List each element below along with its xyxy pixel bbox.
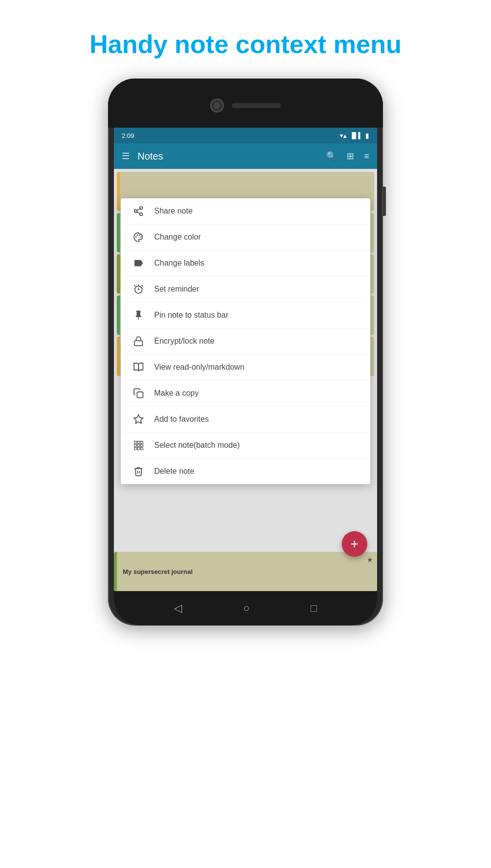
menu-label-encrypt-lock: Encrypt/lock note	[154, 337, 215, 346]
app-bar-title: Notes	[137, 151, 163, 162]
bottom-note-card[interactable]: My supersecret journal ★	[114, 552, 377, 591]
phone-speaker	[232, 103, 281, 108]
menu-item-add-favorites[interactable]: Add to favorites	[121, 407, 370, 433]
phone-screen: 2:09 ▾▴ ▐▌▌ ▮ ☰ Notes 🔍 ⊞ ≡	[114, 128, 377, 591]
menu-item-change-color[interactable]: Change color	[121, 224, 370, 250]
menu-item-change-labels[interactable]: Change labels	[121, 250, 370, 276]
notes-background: ★	[114, 169, 377, 591]
svg-rect-20	[137, 444, 140, 447]
phone-top-bar	[108, 79, 383, 128]
page-title: Handy note context menu	[0, 0, 491, 79]
menu-item-set-reminder[interactable]: Set reminder	[121, 276, 370, 302]
svg-rect-18	[141, 441, 143, 444]
phone-side-button	[383, 187, 386, 216]
phone-mockup: 2:09 ▾▴ ▐▌▌ ▮ ☰ Notes 🔍 ⊞ ≡	[108, 79, 383, 625]
svg-rect-16	[135, 441, 137, 444]
recents-button[interactable]: □	[311, 602, 317, 615]
svg-point-1	[135, 210, 137, 213]
status-icons: ▾▴ ▐▌▌ ▮	[340, 132, 369, 139]
lock-icon	[133, 335, 144, 347]
svg-line-10	[134, 285, 136, 287]
svg-rect-21	[141, 444, 143, 447]
wifi-icon: ▾▴	[340, 132, 347, 139]
menu-label-change-labels: Change labels	[154, 259, 204, 268]
book-icon	[133, 361, 144, 373]
copy-icon	[133, 387, 144, 399]
menu-item-view-readonly[interactable]: View read-only/markdown	[121, 354, 370, 380]
phone-bottom-nav: ◁ ○ □	[114, 591, 377, 625]
svg-line-11	[141, 285, 143, 287]
svg-rect-13	[135, 341, 143, 346]
menu-label-set-reminder: Set reminder	[154, 285, 199, 294]
context-menu: Share note Ch	[121, 198, 370, 484]
search-icon[interactable]: 🔍	[326, 151, 337, 162]
app-bar-right: 🔍 ⊞ ≡	[326, 151, 369, 162]
battery-icon: ▮	[365, 132, 369, 139]
label-icon	[133, 257, 144, 269]
svg-point-0	[140, 207, 143, 210]
palette-icon	[133, 231, 144, 243]
bottom-note-title: My supersecret journal	[123, 568, 192, 575]
svg-rect-19	[135, 444, 137, 447]
grid-view-icon[interactable]: ⊞	[347, 151, 354, 162]
menu-item-share-note[interactable]: Share note	[121, 198, 370, 224]
menu-item-delete-note[interactable]: Delete note	[121, 459, 370, 484]
share-icon	[133, 205, 144, 217]
svg-rect-17	[137, 441, 140, 444]
svg-point-2	[140, 213, 143, 216]
svg-line-4	[137, 209, 140, 211]
menu-item-select-batch[interactable]: Select note(batch mode)	[121, 433, 370, 459]
camera-area	[210, 99, 281, 112]
menu-label-change-color: Change color	[154, 233, 201, 242]
svg-rect-22	[135, 448, 137, 450]
menu-item-pin-note[interactable]: Pin note to status bar	[121, 302, 370, 328]
menu-item-make-copy[interactable]: Make a copy	[121, 380, 370, 407]
select-icon	[133, 439, 144, 451]
status-time: 2:09	[122, 132, 134, 139]
menu-icon[interactable]: ☰	[122, 151, 130, 162]
filter-icon[interactable]: ≡	[364, 151, 369, 162]
svg-point-8	[140, 236, 142, 238]
phone-body: 2:09 ▾▴ ▐▌▌ ▮ ☰ Notes 🔍 ⊞ ≡	[108, 79, 383, 625]
alarm-icon	[133, 283, 144, 295]
menu-label-select-batch: Select note(batch mode)	[154, 441, 240, 450]
menu-label-view-readonly: View read-only/markdown	[154, 363, 245, 372]
svg-line-3	[137, 212, 140, 214]
fab-plus-icon: +	[351, 536, 358, 552]
menu-item-encrypt-lock[interactable]: Encrypt/lock note	[121, 328, 370, 354]
svg-rect-23	[137, 448, 140, 450]
svg-marker-15	[134, 415, 143, 423]
home-button[interactable]: ○	[243, 602, 249, 615]
svg-point-7	[139, 235, 140, 236]
svg-rect-14	[137, 392, 143, 398]
menu-label-add-favorites: Add to favorites	[154, 415, 209, 424]
app-bar-left: ☰ Notes	[122, 151, 163, 162]
trash-icon	[133, 465, 144, 477]
svg-point-6	[136, 235, 138, 236]
app-bar: ☰ Notes 🔍 ⊞ ≡	[114, 143, 377, 169]
front-camera	[210, 99, 224, 112]
menu-label-make-copy: Make a copy	[154, 389, 199, 398]
menu-label-delete-note: Delete note	[154, 467, 194, 476]
menu-label-pin-note: Pin note to status bar	[154, 311, 228, 320]
star-icon	[133, 413, 144, 425]
menu-label-share-note: Share note	[154, 207, 192, 216]
bottom-note-star-icon: ★	[367, 556, 373, 564]
svg-point-5	[136, 236, 137, 238]
status-bar: 2:09 ▾▴ ▐▌▌ ▮	[114, 128, 377, 143]
svg-rect-24	[141, 448, 143, 450]
signal-icon: ▐▌▌	[350, 132, 362, 139]
camera-lens	[214, 103, 220, 108]
fab-add-button[interactable]: +	[342, 531, 367, 557]
pin-icon	[133, 309, 144, 321]
back-button[interactable]: ◁	[174, 602, 182, 615]
